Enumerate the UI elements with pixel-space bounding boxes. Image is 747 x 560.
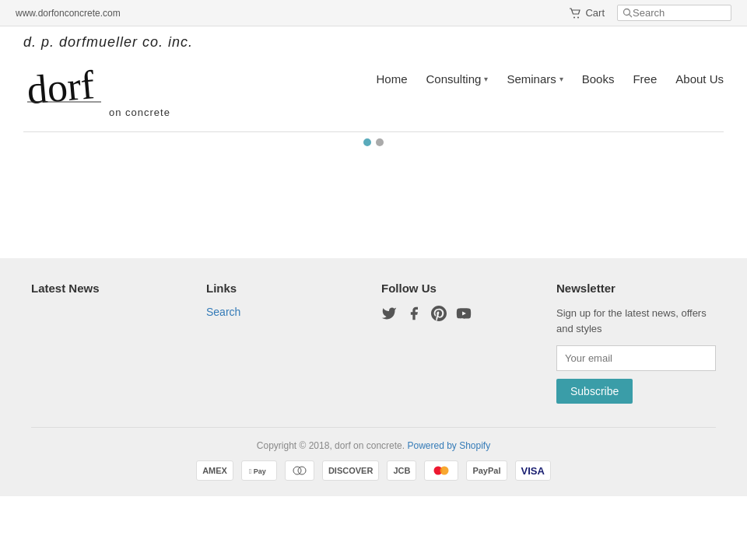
search-icon <box>622 8 633 18</box>
search-input[interactable] <box>633 7 726 19</box>
follow-title: Follow Us <box>381 282 541 295</box>
svg-point-9 <box>293 467 301 474</box>
pinterest-icon[interactable] <box>431 306 447 325</box>
top-bar: www.dorfonconcrete.com Cart <box>0 0 747 26</box>
logo-area: d. p. dorfmueller co. inc. dorf on concr… <box>23 34 202 124</box>
logo-image: dorf on concrete <box>23 54 202 124</box>
youtube-icon[interactable] <box>456 306 472 325</box>
main-content <box>0 157 747 250</box>
svg-point-10 <box>298 467 306 474</box>
nav-consulting[interactable]: Consulting ▾ <box>426 72 489 86</box>
twitter-icon[interactable] <box>381 306 397 325</box>
social-icons <box>381 306 541 325</box>
footer-search-link[interactable]: Search <box>206 306 366 318</box>
copyright-text: Copyright © 2018, dorf on concrete. <box>257 440 405 451</box>
footer-newsletter: Newsletter Sign up for the latest news, … <box>556 282 716 404</box>
nav-free[interactable]: Free <box>633 72 657 86</box>
cart-icon <box>569 8 581 19</box>
slider-dot-1[interactable] <box>363 138 371 146</box>
svg-point-12 <box>440 467 449 475</box>
nav-home[interactable]: Home <box>376 72 407 86</box>
payment-mastercard <box>424 460 458 481</box>
nav-seminars[interactable]: Seminars ▾ <box>507 72 563 86</box>
svg-point-0 <box>573 16 575 18</box>
top-bar-right: Cart <box>569 5 731 21</box>
newsletter-title: Newsletter <box>556 282 716 295</box>
slider-dots <box>23 132 724 149</box>
facebook-icon[interactable] <box>406 306 422 325</box>
payment-diners <box>285 460 314 481</box>
cart-link[interactable]: Cart <box>569 7 605 19</box>
svg-point-1 <box>577 16 579 18</box>
payment-applepay:  Pay <box>241 460 277 481</box>
payment-amex: AMEX <box>196 460 233 481</box>
payment-discover: DISCOVER <box>322 460 379 481</box>
latest-news-title: Latest News <box>31 282 191 295</box>
nav-about[interactable]: About Us <box>675 72 724 86</box>
footer-bottom: Copyright © 2018, dorf on concrete. Powe… <box>31 427 716 481</box>
subscribe-button[interactable]: Subscribe <box>556 379 633 404</box>
main-nav: Home Consulting ▾ Seminars ▾ Books Free … <box>376 72 724 86</box>
footer: Latest News Links Search Follow Us <box>0 258 747 496</box>
links-title: Links <box>206 282 366 295</box>
svg-line-3 <box>630 15 633 18</box>
nav-books[interactable]: Books <box>582 72 615 86</box>
cart-label: Cart <box>585 7 605 19</box>
footer-follow: Follow Us <box>381 282 541 404</box>
newsletter-email-input[interactable] <box>556 345 716 371</box>
payment-jcb: JCB <box>387 460 416 481</box>
footer-top: Latest News Links Search Follow Us <box>31 282 716 404</box>
newsletter-text: Sign up for the latest news, offers and … <box>556 306 716 336</box>
divider-line <box>23 131 724 132</box>
payment-icons: AMEX  Pay DISCOVER JCB PayPal VISA <box>31 460 716 481</box>
site-url: www.dorfonconcrete.com <box>16 8 121 19</box>
footer-links: Links Search <box>206 282 366 404</box>
svg-text:on concrete: on concrete <box>109 107 170 118</box>
seminars-dropdown-arrow: ▾ <box>559 75 563 83</box>
payment-visa: VISA <box>515 460 551 481</box>
payment-paypal: PayPal <box>466 460 507 481</box>
footer-latest-news: Latest News <box>31 282 191 404</box>
svg-point-2 <box>624 9 630 16</box>
svg-text: Pay:  Pay <box>249 467 266 475</box>
divider-section <box>0 131 747 149</box>
svg-text:dorf: dorf <box>25 62 96 112</box>
search-box[interactable] <box>617 5 731 21</box>
company-name: d. p. dorfmueller co. inc. <box>23 34 193 51</box>
consulting-dropdown-arrow: ▾ <box>484 75 488 83</box>
slider-dot-2[interactable] <box>376 138 384 146</box>
header: d. p. dorfmueller co. inc. dorf on concr… <box>0 26 747 131</box>
powered-by-link[interactable]: Powered by Shopify <box>407 440 490 451</box>
